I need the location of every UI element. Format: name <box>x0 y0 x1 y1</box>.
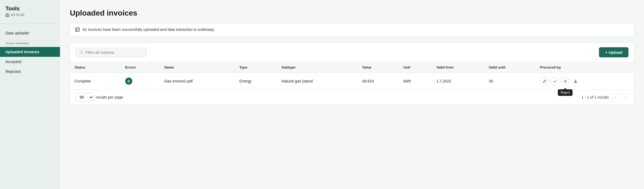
errors-badge: 0 <box>125 78 132 85</box>
pagination: 1 - 1 of 1 results ‹ › <box>582 93 628 101</box>
svg-rect-4 <box>8 16 8 16</box>
cell-subtype: Natural gas (stand <box>277 73 358 90</box>
col-procured-by: Procured by <box>536 62 634 73</box>
col-subtype: Subtype <box>277 62 358 73</box>
table-header-row: Status Errors Name Type Subtype Value Un… <box>70 62 634 73</box>
info-banner: 61 invoices have been successfully uploa… <box>70 23 634 36</box>
per-page-label: results per page <box>96 95 123 99</box>
row-actions: Reject <box>540 77 630 85</box>
svg-rect-3 <box>7 16 7 16</box>
cell-valid-from: 1.7.2022 <box>432 73 484 90</box>
table-footer: 50 25 100 results per page 1 - 1 of 1 re… <box>70 90 634 105</box>
upload-button[interactable]: + Upload <box>599 47 628 57</box>
pagination-text: 1 - 1 of 1 results <box>582 95 609 99</box>
col-valid-from: Valid from <box>432 62 484 73</box>
col-name: Name <box>160 62 235 73</box>
sidebar-divider <box>0 23 60 24</box>
per-page-select[interactable]: 50 25 100 <box>76 93 94 101</box>
col-errors: Errors <box>121 62 160 73</box>
pagination-prev[interactable]: ‹ <box>611 93 619 101</box>
search-icon <box>80 50 83 54</box>
svg-line-11 <box>82 53 83 54</box>
svg-point-10 <box>80 51 82 53</box>
svg-rect-5 <box>7 13 8 14</box>
pagination-next[interactable]: › <box>621 93 628 101</box>
sidebar: Tools AT-VI-01 Data uploader Invoice ext… <box>0 0 60 189</box>
svg-rect-0 <box>6 14 9 17</box>
info-banner-text: 61 invoices have been successfully uploa… <box>83 27 215 32</box>
sidebar-item-uploaded-invoices[interactable]: Uploaded invoices <box>0 47 60 57</box>
sidebar-item-rejected[interactable]: Rejected <box>0 67 60 76</box>
col-valid-until: Valid until <box>484 62 536 73</box>
download-button[interactable] <box>571 77 580 85</box>
reject-button[interactable] <box>561 77 570 85</box>
cell-valid-until: 30. <box>484 73 536 90</box>
svg-rect-1 <box>7 15 7 16</box>
accept-button[interactable] <box>550 77 559 85</box>
sidebar-nav: Data uploader Invoice extraction Uploade… <box>0 28 60 76</box>
table-card: + Upload Status Errors Name Type Subtype… <box>70 43 634 105</box>
cell-procured-by: Reject <box>536 73 634 90</box>
sidebar-section-invoice-extraction: Invoice extraction <box>0 42 60 47</box>
col-status: Status <box>70 62 121 73</box>
main-content: Uploaded invoices 61 invoices have been … <box>60 0 644 189</box>
col-unit: Unit <box>399 62 432 73</box>
reject-tooltip-wrap: Reject <box>561 77 570 85</box>
svg-rect-2 <box>8 15 8 16</box>
sidebar-section-divider <box>0 40 60 40</box>
col-type: Type <box>235 62 277 73</box>
table-row: Complete 0 Gas invoice2.pdf Energy Natur… <box>70 73 634 90</box>
sidebar-item-data-uploader[interactable]: Data uploader <box>0 28 60 38</box>
sidebar-title: Tools <box>5 5 55 12</box>
per-page-wrap: 50 25 100 results per page <box>76 93 123 101</box>
download-icon <box>573 79 578 84</box>
sidebar-id: AT-VI-01 <box>11 13 25 17</box>
table-icon <box>75 27 80 32</box>
edit-icon <box>543 79 547 83</box>
sidebar-subtitle: AT-VI-01 <box>5 13 55 17</box>
sidebar-item-accepted[interactable]: Accepted <box>0 57 60 67</box>
x-icon <box>564 79 567 83</box>
filter-input[interactable] <box>86 50 142 55</box>
reject-tooltip-text: Reject <box>558 89 573 96</box>
cell-unit: kWh <box>399 73 432 90</box>
building-icon <box>5 13 9 17</box>
cell-type: Energy <box>235 73 277 90</box>
svg-rect-6 <box>76 28 79 31</box>
col-value: Value <box>358 62 399 73</box>
cell-name: Gas invoice2.pdf <box>160 73 235 90</box>
invoices-table: Status Errors Name Type Subtype Value Un… <box>70 62 634 90</box>
cell-errors: 0 <box>121 73 160 90</box>
edit-button[interactable] <box>540 77 549 85</box>
check-icon <box>553 79 557 83</box>
sidebar-header: Tools AT-VI-01 <box>0 5 60 19</box>
cell-value: 49.816 <box>358 73 399 90</box>
filter-input-wrap[interactable] <box>76 48 146 57</box>
cell-status: Complete <box>70 73 121 90</box>
page-title: Uploaded invoices <box>70 9 634 17</box>
table-toolbar: + Upload <box>70 43 634 62</box>
